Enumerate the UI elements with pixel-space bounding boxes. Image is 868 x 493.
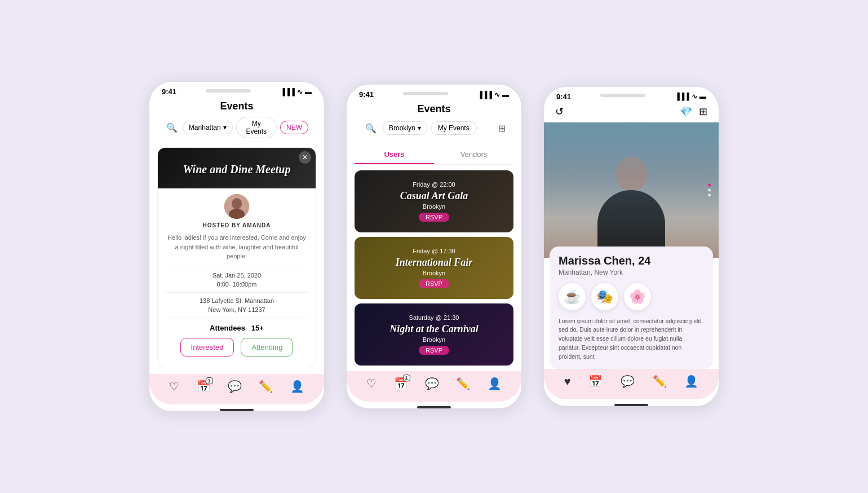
wifi-icon-3: ∿ <box>692 93 697 100</box>
nav-calendar-icon-3[interactable]: 📅 1 <box>588 375 603 388</box>
event-bg-art-gala: Friday @ 22:00 Casual Art Gala Brookyn R… <box>355 170 513 232</box>
tab-vendors[interactable]: Vendors <box>434 146 513 164</box>
status-time-2: 9:41 <box>359 90 374 99</box>
event-location-1: Brookyn <box>400 203 468 210</box>
nav-heart-icon-3[interactable]: ♥ <box>564 375 571 388</box>
attendees-count: 15+ <box>251 324 264 332</box>
event-card-intl-fair[interactable]: Friday @ 17:30 International Fair Brooky… <box>355 237 513 299</box>
phone3-controls-left: ↺ <box>555 105 564 118</box>
wifi-icon-1: ∿ <box>297 88 303 96</box>
event-card-carnival[interactable]: Saturday @ 21:30 Night at the Carnival B… <box>355 303 513 366</box>
my-events-button-2[interactable]: My Events <box>431 121 477 135</box>
event-banner-title: Wine and Dine Meetup <box>183 163 291 176</box>
event-location-2: Brookyn <box>396 270 473 276</box>
phone3-header: ↺ 💎 ⊞ <box>544 103 719 122</box>
location-dropdown-2[interactable]: Brooklyn ▾ <box>383 121 427 135</box>
event-address-2: New York, NY 11237 <box>166 306 308 313</box>
search-icon-2[interactable]: 🔍 <box>362 120 379 137</box>
tabs-row: Users Vendors <box>355 146 513 165</box>
rsvp-badge-3[interactable]: RSVP <box>419 346 449 355</box>
action-buttons: Interested Attending <box>166 338 308 356</box>
nav-active-bar-1 <box>220 409 254 411</box>
svg-point-1 <box>232 198 242 209</box>
notch-3 <box>600 94 645 97</box>
attendees-row: Attendees 15+ <box>166 324 308 332</box>
bottom-nav-2: ♡ 📅 1 💬 ✏️ 👤 <box>347 371 521 402</box>
event-description: Hello ladies! if you are interested, Com… <box>166 233 308 261</box>
status-icons-2: ▐▐▐ ∿ ▬ <box>477 91 509 99</box>
phone1-header: Events 🔍 Manhattan ▾ My Events NEW <box>149 98 324 147</box>
event-card-art-gala[interactable]: Friday @ 22:00 Casual Art Gala Brookyn R… <box>355 170 513 232</box>
profile-info-card: Marissa Chen, 24 Manhattan, New York ☕ 🎭… <box>550 246 713 369</box>
status-bar-3: 9:41 ▐▐▐ ∿ ▬ <box>544 87 719 103</box>
location-dropdown[interactable]: Manhattan ▾ <box>183 121 233 134</box>
dot-2 <box>708 188 711 191</box>
event-list: Friday @ 22:00 Casual Art Gala Brookyn R… <box>347 170 521 366</box>
event-time: 8:00- 10:00pm <box>166 281 308 288</box>
notch-2 <box>403 92 448 95</box>
battery-icon-2: ▬ <box>502 91 509 99</box>
premium-icon[interactable]: 💎 <box>680 105 692 118</box>
phone1: 9:41 ▐▐▐ ∿ ▬ Events 🔍 Manhattan ▾ My Eve… <box>149 82 324 411</box>
interest-coffee: ☕ <box>559 283 586 310</box>
nav-profile-icon-2[interactable]: 👤 <box>488 377 502 390</box>
profile-bio: Lorem ipsum dolor sit amet, consectetur … <box>559 317 704 362</box>
nav-calendar-icon[interactable]: 📅 1 <box>197 380 211 393</box>
wifi-icon-2: ∿ <box>494 91 500 99</box>
event-time-1: Friday @ 22:00 <box>400 181 468 188</box>
chevron-down-icon: ▾ <box>223 124 227 131</box>
search-icon[interactable]: 🔍 <box>165 119 179 136</box>
nav-chat-icon-3[interactable]: 💬 <box>621 375 635 388</box>
close-button[interactable]: ✕ <box>299 151 311 164</box>
profile-location: Manhattan, New York <box>559 268 704 276</box>
interest-nature: 🌸 <box>624 283 651 310</box>
settings-icon[interactable]: ⊞ <box>699 105 707 118</box>
attending-button[interactable]: Attending <box>241 338 293 356</box>
nav-heart-icon-2[interactable]: ♡ <box>366 377 377 390</box>
event-address-1: 138 Lafyette St, Mannattan <box>166 297 308 304</box>
nav-profile-icon[interactable]: 👤 <box>290 380 304 393</box>
nav-profile-icon-3[interactable]: 👤 <box>684 375 698 388</box>
my-events-button-1[interactable]: My Events <box>236 117 277 138</box>
nav-calendar-icon-2[interactable]: 📅 1 <box>394 377 408 390</box>
new-button[interactable]: NEW <box>280 121 308 134</box>
rsvp-badge-2[interactable]: RSVP <box>419 279 449 288</box>
nav-badge-1: 1 <box>206 377 213 384</box>
status-time-3: 9:41 <box>556 93 571 101</box>
status-icons-3: ▐▐▐ ∿ ▬ <box>675 93 706 100</box>
nav-chat-icon-2[interactable]: 💬 <box>425 377 439 390</box>
nav-pen-icon[interactable]: ✏️ <box>259 380 273 393</box>
nav-pen-icon-2[interactable]: ✏️ <box>456 377 470 390</box>
signal-icon-1: ▐▐▐ <box>280 88 295 96</box>
nav-pen-icon-3[interactable]: ✏️ <box>653 375 667 388</box>
event-details: HOSTED BY AMANDA Hello ladies! if you ar… <box>158 188 316 368</box>
notch-1 <box>206 89 251 93</box>
nav-chat-icon[interactable]: 💬 <box>228 380 242 393</box>
event-bg-carnival: Saturday @ 21:30 Night at the Carnival B… <box>355 303 513 366</box>
event-content-2: Friday @ 17:30 International Fair Brooky… <box>396 248 473 288</box>
nav-active-bar-2 <box>417 406 451 408</box>
back-icon[interactable]: ↺ <box>555 105 564 118</box>
rsvp-badge-1[interactable]: RSVP <box>419 213 449 222</box>
photo-dots <box>708 183 711 196</box>
event-content-1: Friday @ 22:00 Casual Art Gala Brookyn R… <box>400 181 468 222</box>
event-banner: Wine and Dine Meetup ✕ <box>158 148 316 188</box>
battery-icon-3: ▬ <box>699 93 706 100</box>
signal-icon-3: ▐▐▐ <box>675 93 689 100</box>
page-title-2: Events <box>356 103 512 115</box>
nav-heart-icon[interactable]: ♡ <box>169 380 179 393</box>
attendees-label: Attendees <box>210 324 245 332</box>
signal-icon-2: ▐▐▐ <box>477 91 492 99</box>
interested-button[interactable]: Interested <box>180 338 234 356</box>
battery-icon-1: ▬ <box>305 88 312 96</box>
phone3: 9:41 ▐▐▐ ∿ ▬ ↺ 💎 ⊞ <box>544 87 719 407</box>
event-date: Sat, Jan 25, 2020 <box>166 272 308 279</box>
profile-name-age: Marissa Chen, 24 <box>559 254 704 267</box>
event-name-2: International Fair <box>396 257 473 268</box>
nav-active-bar-3 <box>614 404 648 406</box>
filter-icon[interactable]: ⊞ <box>498 123 506 134</box>
page-title-1: Events <box>158 100 315 112</box>
dot-3 <box>708 193 711 196</box>
profile-age: 24 <box>635 254 651 267</box>
tab-users[interactable]: Users <box>355 146 434 164</box>
